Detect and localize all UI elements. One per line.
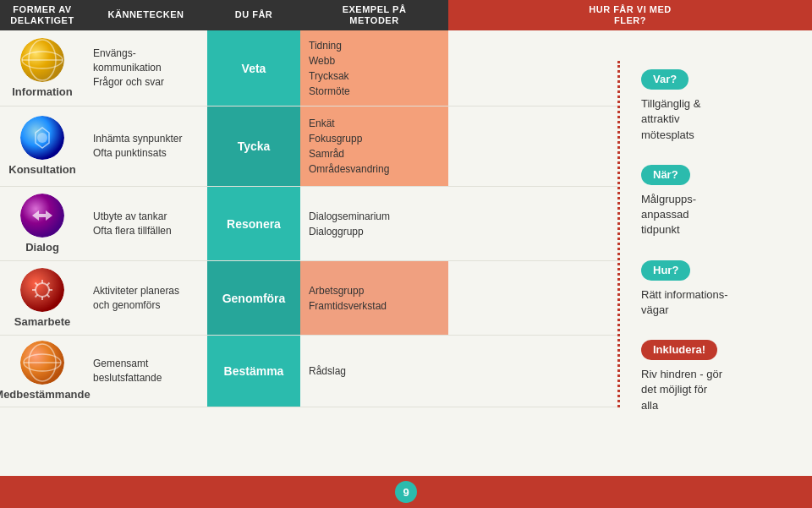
header-col5: HUR FÅR VI MED FLER? [448, 0, 812, 30]
header-col3: DU FÅR [207, 0, 300, 30]
right-section-4: Inkludera! Riv hindren - gör det möjligt… [631, 326, 812, 422]
col-icon-information: Information [0, 30, 85, 106]
col-kanetecken-dialog: Utbyte av tankar Ofta flera tillfällen [85, 187, 207, 260]
badge-var: Var? [641, 69, 689, 90]
badge-nar: När? [641, 165, 690, 185]
col-exempel-information: Tidning Webb Trycksak Stormöte [300, 30, 448, 106]
col-kanetecken-information: Envängs- kommunikation Frågor och svar [85, 30, 207, 106]
text-hur: Rätt informations- vägar [641, 287, 805, 318]
content-area: Information Envängs- kommunikation Frågo… [0, 30, 812, 407]
right-section-3: Hur? Rätt informations- vägar [631, 247, 812, 327]
header-row: FORMER AV DELAKTIGET KÄNNETECKEN DU FÅR … [0, 0, 812, 30]
col-icon-samarbete: Samarbete [0, 261, 85, 335]
sphere-information [20, 38, 64, 82]
col-icon-konsultation: Konsultation [0, 107, 85, 186]
svg-point-7 [20, 268, 64, 312]
col-dufar-konsultation: Tycka [207, 107, 300, 186]
right-section-2: När? Målgrupps- anpassad tidpunkt [631, 151, 812, 247]
col-exempel-samarbete: Arbetsgrupp Framtidsverkstad [300, 261, 448, 335]
header-col4: EXEMPEL PÅ METODER [300, 0, 448, 30]
col-exempel-konsultation: Enkät Fokusgrupp Samråd Områdesvandring [300, 107, 448, 186]
sphere-samarbete [20, 268, 64, 312]
grid-row-konsultation: Konsultation Inhämta synpunkter Ofta pun… [0, 107, 617, 187]
col-kanetecken-samarbete: Aktiviteter planeras och genomförs [85, 261, 207, 335]
left-content: Information Envängs- kommunikation Frågo… [0, 30, 617, 407]
grid-row-samarbete: Samarbete Aktiviteter planeras och genom… [0, 261, 617, 336]
col-kanetecken-konsultation: Inhämta synpunkter Ofta punktinsats [85, 107, 207, 186]
header-col1: FORMER AV DELAKTIGET [0, 0, 85, 30]
col-kanetecken-medbestammande: Gemensamt beslutsfattande [85, 336, 207, 407]
footer: 9 [0, 476, 812, 508]
label-dialog: Dialog [25, 241, 59, 254]
text-nar: Målgrupps- anpassad tidpunkt [641, 192, 805, 238]
badge-hur: Hur? [641, 260, 690, 281]
col-dufar-medbestammande: Bestämma [207, 336, 300, 407]
right-section-1: Var? Tillgänglig & attraktiv mötesplats [631, 61, 812, 151]
col-dufar-dialog: Resonera [207, 187, 300, 260]
sphere-medbestammande [20, 341, 64, 385]
right-panel: Var? Tillgänglig & attraktiv mötesplats … [617, 61, 812, 407]
col-icon-medbestammande: Medbestämmande [0, 336, 85, 407]
header-col2: KÄNNETECKEN [85, 0, 207, 30]
badge-inkludera: Inkludera! [641, 340, 717, 360]
col-exempel-dialog: Dialogseminarium Dialoggrupp [300, 187, 448, 260]
col-exempel-medbestammande: Rådslag [300, 336, 448, 407]
grid-row-information: Information Envängs- kommunikation Frågo… [0, 30, 617, 107]
sphere-konsultation [20, 116, 64, 160]
svg-point-5 [37, 133, 47, 143]
col-icon-dialog: Dialog [0, 187, 85, 260]
page-number: 9 [395, 481, 417, 503]
label-samarbete: Samarbete [14, 315, 70, 329]
grid-row-dialog: Dialog Utbyte av tankar Ofta flera tillf… [0, 187, 617, 261]
text-var: Tillgänglig & attraktiv mötesplats [641, 96, 805, 143]
text-inkludera: Riv hindren - gör det möjligt för alla [641, 367, 805, 413]
col-dufar-samarbete: Genomföra [207, 261, 300, 335]
grid-row-medbestammande: Medbestämmande Gemensamt beslutsfattande… [0, 336, 617, 407]
label-medbestammande: Medbestämmande [0, 388, 91, 401]
sphere-dialog [20, 194, 64, 238]
label-information: Information [12, 85, 73, 99]
col-dufar-information: Veta [207, 30, 300, 106]
right-panel-inner: Var? Tillgänglig & attraktiv mötesplats … [617, 61, 812, 407]
label-konsultation: Konsultation [8, 163, 75, 177]
page-container: FORMER AV DELAKTIGET KÄNNETECKEN DU FÅR … [0, 0, 812, 407]
